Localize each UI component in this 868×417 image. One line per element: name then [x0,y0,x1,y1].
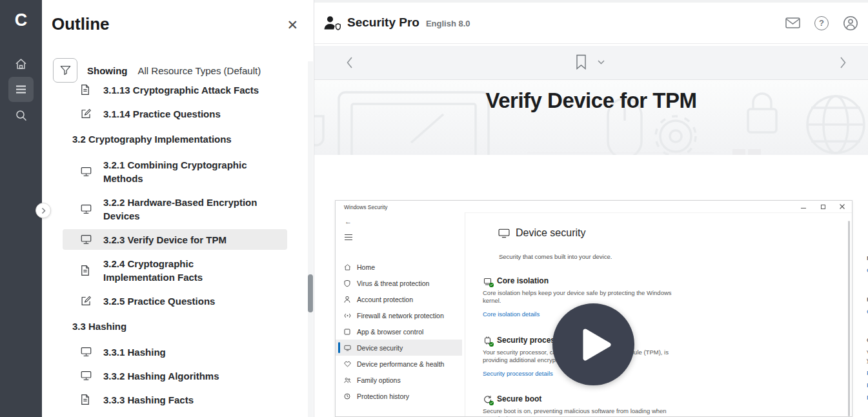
ws-nav-label: Firewall & network protection [357,312,444,320]
account-button[interactable] [842,15,859,32]
outline-item[interactable]: 3.2.1 Combining Cryptographic Methods [63,154,287,188]
chevron-right-icon [41,207,46,214]
outline-item[interactable]: 3.3.1 Hashing [63,341,287,362]
close-button[interactable] [839,203,845,210]
security-processor-details-link[interactable]: Security processor details [483,370,553,377]
maximize-button[interactable] [820,203,826,210]
outline-item-label: 3.2.2 Hardware-Based Encryption Devices [103,196,266,223]
lesson-title: Verify Device for TPM [314,88,868,113]
check-badge-icon [489,401,494,405]
header-actions: ? [784,15,859,32]
monitor-icon [81,167,92,177]
ws-section-title: Core isolation [497,276,549,285]
bookmark-menu-button[interactable] [598,60,605,65]
outline-panel: Outline ✕ Showing All Resource Types (De… [42,0,314,417]
ws-menu-button[interactable] [345,234,352,242]
security-processor-icon [483,336,492,345]
ws-nav-family-options[interactable]: Family options [336,372,462,388]
home-button[interactable] [8,51,34,76]
ws-nav-performance-health[interactable]: Device performance & health [336,356,462,372]
outline-section-header: 3.3 Hashing [42,314,305,338]
ws-content: Device security Security that comes buil… [465,212,852,416]
document-icon [81,85,90,96]
outline-item[interactable]: 3.2.4 Cryptographic Implementation Facts [63,253,287,287]
outline-item[interactable]: 3.1.14 Practice Questions [63,103,287,124]
outline-scrollbar-thumb[interactable] [308,274,313,312]
history-clock-icon [344,393,350,400]
outline-item[interactable]: 3.2.5 Practice Questions [63,290,287,311]
app-window-icon [344,329,350,335]
lesson-nav-bar [314,46,868,80]
outline-item-current[interactable]: 3.2.3 Verify Device for TPM [63,229,287,250]
outline-item-label: 3.2.5 Practice Questions [103,294,215,308]
search-icon [15,110,27,121]
ws-section-body: Secure boot is on, preventing malicious … [483,407,674,417]
home-icon [15,58,27,70]
ws-nav-account-protection[interactable]: Account protection [336,291,462,307]
minimize-icon [801,208,806,208]
course-heading: Security Pro English 8.0 [323,15,470,30]
chevron-right-icon [840,56,847,69]
chevron-left-icon [346,56,353,69]
ws-nav-device-security[interactable]: Device security [336,340,462,356]
pencil-icon [81,296,92,307]
outline-scrollbar-track [308,61,313,417]
ws-nav-label: Family options [357,376,401,384]
outline-menu-button[interactable] [8,77,34,102]
filter-label: Showing [87,65,128,76]
outline-item[interactable]: 3.3.3 Hashing Facts [63,389,287,410]
core-isolation-icon [483,277,492,285]
ws-nav-label: App & browser control [357,328,423,336]
ws-window-controls [800,203,845,210]
monitor-icon [344,345,351,351]
outline-item-label: 3.3.1 Hashing [103,345,166,359]
help-button[interactable]: ? [813,15,830,32]
home-icon [344,264,351,270]
search-button[interactable] [8,103,34,128]
outline-list: 3.1.13 Cryptographic Attack Facts 3.1.14… [42,85,305,417]
chevron-down-icon [598,60,605,65]
outline-item[interactable]: 3.3.2 Hashing Algorithms [63,365,287,386]
check-badge-icon [489,342,494,347]
heart-icon [344,361,351,367]
check-badge-icon [489,283,494,287]
monitor-icon [81,347,92,357]
brand-logo: C [0,10,42,30]
messages-button[interactable] [784,15,801,32]
bookmark-controls [576,54,605,70]
outline-item[interactable]: 3.1.13 Cryptographic Attack Facts [63,85,287,100]
ws-sidebar: ← Home Virus & threat protection Account… [336,212,465,416]
video-play-button[interactable] [552,303,634,385]
bookmark-button[interactable] [576,54,587,70]
outline-item-label: 3.2.4 Cryptographic Implementation Facts [103,257,266,284]
panel-collapse-button[interactable] [35,203,51,218]
core-isolation-details-link[interactable]: Core isolation details [483,310,540,318]
ws-nav-home[interactable]: Home [336,259,462,275]
close-icon [840,204,845,209]
ws-scrollbar[interactable] [848,221,850,416]
ws-nav-virus-threat[interactable]: Virus & threat protection [336,275,462,291]
filter-value: All Resource Types (Default) [138,65,261,76]
filter-button[interactable] [53,58,77,83]
outline-title: Outline [52,14,110,34]
ws-nav-protection-history[interactable]: Protection history [336,388,462,404]
ws-nav-label: Protection history [357,392,409,400]
ws-nav-app-browser[interactable]: App & browser control [336,323,462,340]
mail-icon [785,17,800,28]
next-lesson-button[interactable] [840,56,847,69]
minimize-button[interactable] [800,203,807,210]
ws-nav-label: Virus & threat protection [357,280,429,287]
outline-item[interactable]: 3.2.2 Hardware-Based Encryption Devices [63,192,287,226]
monitor-icon [81,204,92,214]
course-edition: English 8.0 [426,19,470,28]
close-outline-button[interactable]: ✕ [287,18,298,32]
ws-back-button[interactable]: ← [345,218,352,225]
outline-item-label: 3.3.2 Hashing Algorithms [103,369,219,383]
play-icon [583,329,611,361]
ws-nav-firewall-network[interactable]: Firewall & network protection [336,307,462,323]
funnel-icon [60,65,71,76]
previous-lesson-button[interactable] [346,56,353,69]
outline-item-label: 3.2.1 Combining Cryptographic Methods [103,158,266,185]
monitor-icon [81,371,92,381]
outline-filter-row: Showing All Resource Types (Default) [53,58,261,83]
